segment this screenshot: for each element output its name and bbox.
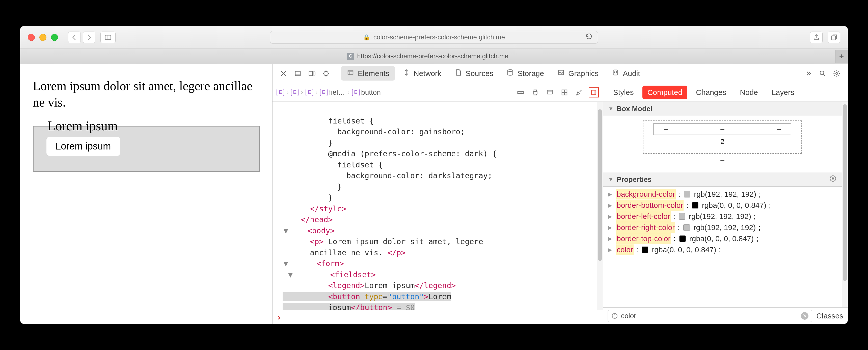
section-properties[interactable]: ▼ Properties — [603, 173, 842, 186]
breadcrumb-item-3[interactable]: Efiel… — [320, 88, 345, 96]
dock-side-button[interactable] — [306, 67, 318, 80]
breadcrumb-tools — [516, 87, 599, 97]
element-picker-button[interactable] — [320, 67, 332, 80]
close-devtools-button[interactable] — [278, 67, 290, 80]
sidebar-toggle-button[interactable] — [100, 32, 116, 43]
page-paragraph: Lorem ipsum dolor sit amet, legere ancil… — [33, 78, 260, 111]
paint-flashing-button[interactable] — [574, 87, 584, 97]
svg-line-19 — [824, 74, 826, 76]
color-swatch[interactable] — [692, 202, 699, 209]
svg-rect-5 — [309, 71, 313, 76]
source-scrollbar[interactable] — [597, 102, 603, 310]
sidebar-icon — [104, 34, 112, 41]
appearance-icon — [546, 89, 554, 96]
clear-filter-button[interactable]: ✕ — [801, 312, 808, 320]
breadcrumb-item-4[interactable]: Ebutton — [352, 88, 381, 96]
property-row[interactable]: ▶border-right-color:rgb(192, 192, 192); — [608, 222, 837, 233]
layout-borders-button[interactable] — [589, 87, 599, 97]
print-styles-button[interactable] — [530, 87, 540, 97]
maximize-window-button[interactable] — [51, 34, 58, 41]
new-tab-button[interactable]: ＋ — [835, 50, 848, 63]
disclosure-triangle-icon: ▶ — [608, 202, 614, 209]
breadcrumb-item-0[interactable]: E — [277, 89, 284, 96]
browser-tab[interactable]: C https://color-scheme-prefers-color-sch… — [347, 52, 508, 60]
storage-icon — [506, 69, 514, 78]
property-row[interactable]: ▶background-color:rgb(192, 192, 192); — [608, 188, 837, 200]
tab-audit[interactable]: Audit — [606, 66, 646, 81]
close-window-button[interactable] — [28, 34, 35, 41]
settings-button[interactable] — [831, 67, 843, 80]
target-icon — [322, 70, 330, 77]
tab-elements[interactable]: Elements — [341, 66, 395, 81]
tabs-overview-button[interactable] — [828, 32, 840, 43]
color-swatch[interactable] — [684, 191, 690, 198]
color-swatch[interactable] — [683, 224, 690, 231]
devtools: Elements Network Sources Storage Graphic… — [273, 64, 848, 324]
reload-button[interactable] — [585, 33, 593, 42]
search-button[interactable] — [816, 67, 829, 80]
page-fieldset: Lorem ipsum Lorem ipsum — [33, 126, 260, 172]
subtab-computed[interactable]: Computed — [643, 86, 687, 99]
force-appearance-button[interactable] — [545, 87, 555, 97]
styles-scrollbar[interactable] — [842, 102, 848, 307]
styles-subtabs: Styles Computed Changes Node Layers — [603, 83, 848, 102]
subtab-changes[interactable]: Changes — [691, 86, 731, 99]
titlebar-right — [810, 32, 840, 43]
caret-expanded-icon[interactable]: ▼ — [283, 258, 289, 269]
property-key: background-color — [616, 189, 676, 200]
filter-funnel-icon — [611, 313, 618, 319]
favicon: C — [347, 53, 354, 60]
section-box-model[interactable]: ▼ Box Model — [603, 102, 842, 116]
color-swatch[interactable] — [642, 246, 648, 253]
subtab-node[interactable]: Node — [735, 86, 763, 99]
subtab-layers[interactable]: Layers — [767, 86, 799, 99]
breadcrumb-item-1[interactable]: E — [291, 89, 299, 96]
tab-graphics[interactable]: Graphics — [552, 66, 604, 81]
tabs-icon — [830, 34, 838, 41]
disclosure-triangle-icon: ▶ — [608, 235, 614, 242]
breadcrumb-item-2[interactable]: E — [306, 89, 313, 96]
svg-rect-22 — [533, 91, 537, 94]
dock-bottom-button[interactable] — [292, 67, 304, 80]
compositing-button[interactable] — [559, 87, 569, 97]
property-row[interactable]: ▶border-bottom-color:rgba(0, 0, 0, 0.847… — [608, 200, 837, 211]
property-key: border-top-color — [616, 233, 671, 244]
subtab-styles[interactable]: Styles — [608, 86, 639, 99]
forward-button[interactable] — [83, 32, 95, 43]
tab-storage[interactable]: Storage — [501, 66, 550, 81]
ruler-icon — [517, 89, 524, 96]
url-bar[interactable]: 🔒 color-scheme-prefers-color-scheme.glit… — [270, 31, 598, 44]
tab-sources[interactable]: Sources — [449, 66, 499, 81]
filter-input[interactable]: color ✕ — [608, 310, 812, 322]
properties-list: ▶background-color:rgb(192, 192, 192);▶bo… — [603, 186, 842, 260]
search-icon — [819, 70, 826, 77]
elements-icon — [347, 69, 354, 78]
dom-source[interactable]: fieldset { background-color: gainsboro; … — [273, 102, 597, 310]
back-button[interactable] — [68, 32, 81, 43]
caret-expanded-icon[interactable]: ▼ — [283, 225, 289, 236]
classes-button[interactable]: Classes — [816, 312, 843, 320]
filter-value: color — [621, 312, 637, 320]
svg-rect-30 — [594, 90, 596, 95]
share-button[interactable] — [810, 32, 823, 43]
svg-point-20 — [836, 72, 838, 75]
url-text: color-scheme-prefers-color-scheme.glitch… — [373, 33, 505, 41]
color-swatch[interactable] — [679, 235, 686, 242]
minimize-window-button[interactable] — [39, 34, 46, 41]
color-swatch[interactable] — [679, 213, 685, 220]
page-button[interactable]: Lorem ipsum — [46, 137, 120, 156]
more-tabs-button[interactable] — [802, 67, 814, 80]
properties-more-button[interactable] — [829, 175, 837, 184]
disclosure-triangle-icon: ▶ — [608, 224, 614, 231]
property-key: color — [616, 244, 633, 255]
tab-sources-label: Sources — [466, 69, 493, 78]
caret-expanded-icon[interactable]: ▼ — [287, 269, 294, 280]
tab-network[interactable]: Network — [397, 66, 447, 81]
property-row[interactable]: ▶color:rgba(0, 0, 0, 0.847); — [608, 244, 837, 255]
property-row[interactable]: ▶border-left-color:rgb(192, 192, 192); — [608, 211, 837, 222]
rulers-button[interactable] — [516, 87, 526, 97]
svg-point-7 — [324, 71, 328, 76]
svg-rect-24 — [548, 91, 552, 91]
property-row[interactable]: ▶border-top-color:rgba(0, 0, 0, 0.847); — [608, 233, 837, 244]
console-drawer[interactable]: › — [273, 310, 603, 324]
